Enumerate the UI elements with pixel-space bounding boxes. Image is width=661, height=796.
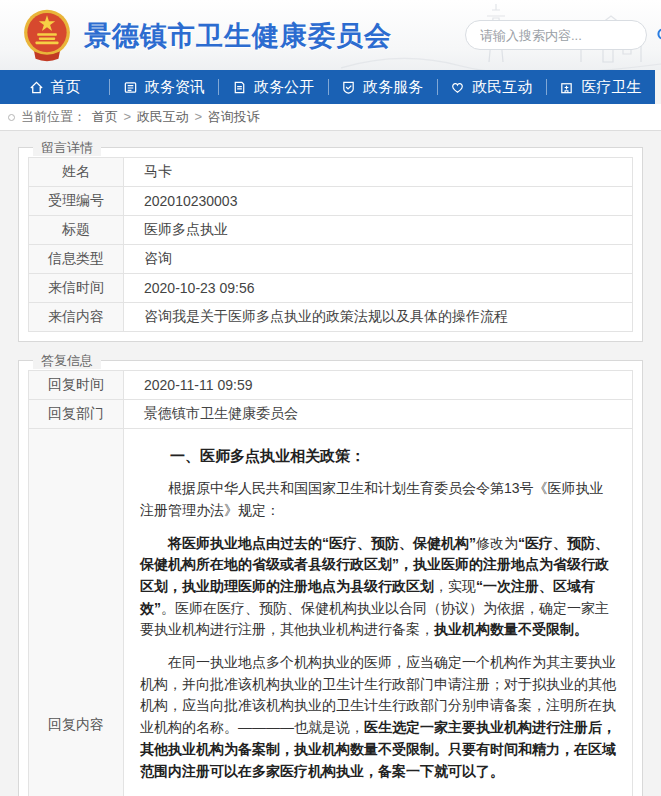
field-value: 2020-10-23 09:56 (124, 274, 633, 303)
field-value: 马卡 (124, 158, 633, 187)
reply-table: 回复时间2020-11-11 09:59回复部门景德镇市卫生健康委员会回复内容一… (28, 370, 633, 796)
table-row: 回复时间2020-11-11 09:59 (29, 371, 633, 400)
search-icon (656, 27, 661, 43)
page: 景德镇市卫生健康委员会 首页政务资讯政务公开政务服务政民互动医疗卫生 当前位置：… (0, 0, 661, 796)
search-box (465, 20, 647, 50)
nav-item-1[interactable]: 首页 (0, 70, 109, 104)
site-header: 景德镇市卫生健康委员会 (0, 0, 661, 70)
message-detail-panel: 留言详情 姓名马卡受理编号202010230003标题医师多点执业信息类型咨询来… (18, 147, 643, 342)
nav-item-label: 政务公开 (254, 78, 314, 97)
service-badge-icon (341, 80, 356, 95)
nav-item-label: 首页 (51, 78, 81, 97)
interaction-heart-icon (450, 80, 465, 95)
reply-content-row: 回复内容一、医师多点执业相关政策：根据原中华人民共和国国家卫生和计划生育委员会令… (29, 429, 633, 796)
nav-item-label: 政务服务 (363, 78, 423, 97)
breadcrumb-item-1[interactable]: 首页 (92, 109, 118, 124)
reply-section-heading: 一、医师多点执业相关政策： (140, 444, 616, 467)
news-icon (123, 80, 138, 95)
nav-item-label: 政民互动 (472, 78, 532, 97)
field-label: 回复时间 (29, 371, 124, 400)
field-label: 信息类型 (29, 245, 124, 274)
field-label: 来信内容 (29, 303, 124, 332)
table-row: 受理编号202010230003 (29, 187, 633, 216)
field-value: 景德镇市卫生健康委员会 (124, 400, 633, 429)
table-row: 来信内容咨询我是关于医师多点执业的政策法规以及具体的操作流程 (29, 303, 633, 332)
reply-panel: 答复信息 回复时间2020-11-11 09:59回复部门景德镇市卫生健康委员会… (18, 360, 643, 796)
field-value: 2020-11-11 09:59 (124, 371, 633, 400)
search-input[interactable] (480, 28, 656, 43)
national-emblem-icon (22, 8, 72, 62)
table-row: 标题医师多点执业 (29, 216, 633, 245)
field-label: 回复内容 (29, 429, 124, 796)
nav-item-label: 医疗卫生 (581, 78, 641, 97)
reply-paragraph: 在同一执业地点多个机构执业的医师，应当确定一个机构作为其主要执业机构，并向批准该… (140, 652, 616, 782)
reply-paragraph: 根据原中华人民共和国国家卫生和计划生育委员会令第13号《医师执业注册管理办法》规… (140, 478, 616, 521)
field-value: 咨询我是关于医师多点执业的政策法规以及具体的操作流程 (124, 303, 633, 332)
breadcrumb-separator: > (191, 109, 206, 124)
nav-item-5[interactable]: 政民互动 (437, 70, 546, 104)
nav-item-label: 政务资讯 (145, 78, 205, 97)
table-row: 回复部门景德镇市卫生健康委员会 (29, 400, 633, 429)
nav-item-3[interactable]: 政务公开 (218, 70, 327, 104)
field-label: 姓名 (29, 158, 124, 187)
nav-item-4[interactable]: 政务服务 (328, 70, 437, 104)
reply-content: 一、医师多点执业相关政策：根据原中华人民共和国国家卫生和计划生育委员会令第13号… (124, 429, 633, 796)
main-content: 留言详情 姓名马卡受理编号202010230003标题医师多点执业信息类型咨询来… (0, 131, 661, 796)
home-icon (29, 80, 44, 95)
site-title: 景德镇市卫生健康委员会 (84, 18, 392, 54)
breadcrumb-item-2[interactable]: 政民互动 (137, 109, 189, 124)
breadcrumb-separator: > (120, 109, 135, 124)
nav-item-6[interactable]: 医疗卫生 (546, 70, 655, 104)
location-pin-icon (8, 114, 15, 121)
table-row: 信息类型咨询 (29, 245, 633, 274)
breadcrumb-prefix: 当前位置： (21, 108, 86, 126)
breadcrumb-items: 首页 > 政民互动 > 咨询投诉 (92, 108, 260, 126)
breadcrumb-item-3: 咨询投诉 (208, 109, 260, 124)
table-row: 姓名马卡 (29, 158, 633, 187)
breadcrumb: 当前位置： 首页 > 政民互动 > 咨询投诉 (0, 104, 661, 131)
field-value: 咨询 (124, 245, 633, 274)
search-button[interactable] (656, 27, 661, 43)
field-value: 医师多点执业 (124, 216, 633, 245)
table-row: 来信时间2020-10-23 09:56 (29, 274, 633, 303)
nav-item-2[interactable]: 政务资讯 (109, 70, 218, 104)
field-value: 202010230003 (124, 187, 633, 216)
message-detail-title: 留言详情 (33, 139, 101, 156)
reply-paragraph: 将医师执业地点由过去的“医疗、预防、保健机构”修改为“医疗、预防、保健机构所在地… (140, 533, 616, 641)
document-icon (232, 80, 247, 95)
message-detail-table: 姓名马卡受理编号202010230003标题医师多点执业信息类型咨询来信时间20… (28, 157, 633, 332)
main-nav: 首页政务资讯政务公开政务服务政民互动医疗卫生 (0, 70, 655, 104)
reply-title: 答复信息 (33, 352, 101, 369)
field-label: 回复部门 (29, 400, 124, 429)
medical-building-icon (559, 80, 574, 95)
field-label: 来信时间 (29, 274, 124, 303)
field-label: 标题 (29, 216, 124, 245)
field-label: 受理编号 (29, 187, 124, 216)
